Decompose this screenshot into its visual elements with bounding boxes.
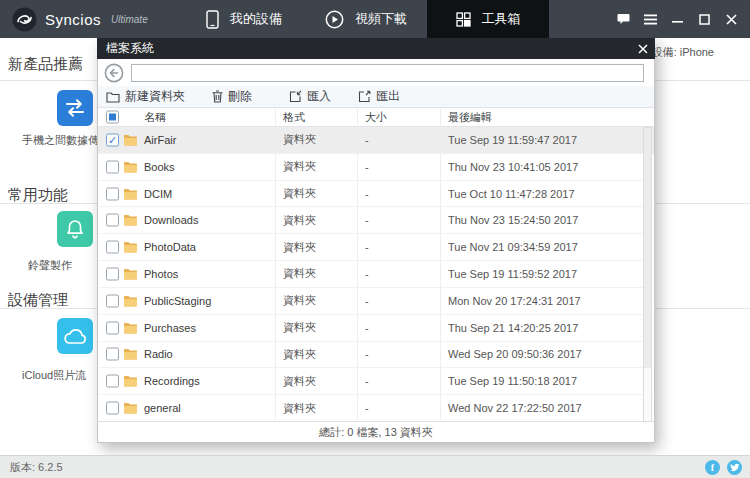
import-icon xyxy=(289,90,302,103)
row-checkbox[interactable] xyxy=(106,375,119,388)
dialog-titlebar: 檔案系統 xyxy=(97,38,655,59)
file-edited: Wed Nov 22 17:22:50 2017 xyxy=(448,395,582,421)
path-input[interactable] xyxy=(131,64,644,82)
row-checkbox[interactable] xyxy=(106,160,119,173)
table-row[interactable]: PublicStaging 資料夾 - Mon Nov 20 17:24:31 … xyxy=(98,288,654,315)
feedback-icon[interactable] xyxy=(616,12,630,26)
folder-icon xyxy=(123,267,138,280)
tab-video-download[interactable]: 視頻下載 xyxy=(305,0,427,38)
trash-icon xyxy=(212,90,223,103)
file-edited: Thu Nov 23 15:24:50 2017 xyxy=(448,207,578,233)
file-size: - xyxy=(365,261,369,287)
export-icon xyxy=(358,90,371,103)
file-size: - xyxy=(365,342,369,368)
row-checkbox[interactable] xyxy=(106,294,119,307)
sidebar-item-label: 手機之間數據傳 xyxy=(22,133,99,148)
sidebar-item-label: iCloud照片流 xyxy=(22,368,86,383)
file-format: 資料夾 xyxy=(283,395,316,421)
file-format: 資料夾 xyxy=(283,127,316,153)
new-folder-button[interactable]: 新建資料夾 xyxy=(106,88,185,105)
dialog-nav-row xyxy=(98,59,654,86)
row-checkbox[interactable] xyxy=(106,267,119,280)
bell-icon xyxy=(64,218,86,240)
title-bar: Syncios Ultimate 我的設備 視頻下載 工具箱 xyxy=(0,0,750,38)
delete-button[interactable]: 刪除 xyxy=(212,88,252,105)
main-tabs: 我的設備 視頻下載 工具箱 xyxy=(183,0,549,38)
tab-my-device[interactable]: 我的設備 xyxy=(183,0,305,38)
file-name: AirFair xyxy=(144,127,176,153)
menu-icon[interactable] xyxy=(643,12,657,26)
file-format: 資料夾 xyxy=(283,315,316,341)
table-row[interactable]: DCIM 資料夾 - Tue Oct 10 11:47:28 2017 xyxy=(98,181,654,208)
file-size: - xyxy=(365,368,369,394)
table-row[interactable]: PhotoData 資料夾 - Tue Nov 21 09:34:59 2017 xyxy=(98,234,654,261)
file-edited: Tue Sep 19 11:59:47 2017 xyxy=(448,127,577,153)
app-logo: Syncios Ultimate xyxy=(0,7,165,32)
toolbox-grid-icon xyxy=(456,12,471,27)
file-name: general xyxy=(144,395,181,421)
table-row[interactable]: Recordings 資料夾 - Tue Sep 19 11:50:18 201… xyxy=(98,368,654,395)
file-size: - xyxy=(365,154,369,180)
file-edited: Wed Sep 20 09:50:36 2017 xyxy=(448,342,582,368)
tab-toolbox[interactable]: 工具箱 xyxy=(427,0,549,38)
folder-icon xyxy=(123,187,138,200)
maximize-icon[interactable] xyxy=(697,12,711,26)
table-row[interactable]: Photos 資料夾 - Tue Sep 19 11:59:52 2017 xyxy=(98,261,654,288)
table-row[interactable]: AirFair 資料夾 - Tue Sep 19 11:59:47 2017 xyxy=(98,127,654,154)
sidebar-header-device-management: 設備管理 xyxy=(8,291,68,310)
minimize-icon[interactable] xyxy=(670,12,684,26)
transfer-arrows-icon xyxy=(63,97,87,119)
facebook-icon[interactable]: f xyxy=(705,460,720,475)
folder-icon xyxy=(123,133,138,146)
tab-label: 工具箱 xyxy=(482,10,521,28)
toolbar-label: 匯出 xyxy=(376,88,400,105)
table-row[interactable]: Radio 資料夾 - Wed Sep 20 09:50:36 2017 xyxy=(98,342,654,369)
vertical-scrollbar[interactable] xyxy=(643,127,652,422)
table-row[interactable]: Books 資料夾 - Thu Nov 23 10:41:05 2017 xyxy=(98,154,654,181)
row-checkbox[interactable] xyxy=(106,214,119,227)
export-button[interactable]: 匯出 xyxy=(358,88,400,105)
row-checkbox[interactable] xyxy=(106,133,119,146)
app-name: Syncios xyxy=(45,11,101,28)
import-button[interactable]: 匯入 xyxy=(289,88,331,105)
close-icon[interactable] xyxy=(724,12,738,26)
table-row[interactable]: general 資料夾 - Wed Nov 22 17:22:50 2017 xyxy=(98,395,654,422)
twitter-icon[interactable] xyxy=(727,460,742,475)
app-edition: Ultimate xyxy=(111,14,148,25)
file-name: Purchases xyxy=(144,315,196,341)
version-label: 版本: 6.2.5 xyxy=(0,460,63,475)
toolbar-label: 匯入 xyxy=(307,88,331,105)
column-header-format: 格式 xyxy=(283,108,305,126)
sidebar-item-ringtone-maker[interactable] xyxy=(57,211,93,247)
summary-bar: 總計: 0 檔案, 13 資料夾 xyxy=(98,421,654,442)
file-edited: Tue Nov 21 09:34:59 2017 xyxy=(448,234,578,260)
row-checkbox[interactable] xyxy=(106,187,119,200)
scrollbar-thumb[interactable] xyxy=(644,128,651,368)
file-format: 資料夾 xyxy=(283,261,316,287)
toolbar-label: 刪除 xyxy=(228,88,252,105)
file-name: DCIM xyxy=(144,181,172,207)
sidebar-item-icloud-photostream[interactable] xyxy=(57,318,93,354)
table-row[interactable]: Downloads 資料夾 - Thu Nov 23 15:24:50 2017 xyxy=(98,207,654,234)
folder-icon xyxy=(123,241,138,254)
table-row[interactable]: Purchases 資料夾 - Thu Sep 21 14:20:25 2017 xyxy=(98,315,654,342)
file-format: 資料夾 xyxy=(283,181,316,207)
cloud-icon xyxy=(62,327,88,346)
file-size: - xyxy=(365,315,369,341)
dialog-close-icon[interactable] xyxy=(638,38,648,59)
dialog-toolbar: 新建資料夾 刪除 匯入 匯出 xyxy=(98,86,654,108)
sidebar-item-phone-transfer[interactable] xyxy=(57,90,93,126)
row-checkbox[interactable] xyxy=(106,348,119,361)
file-name: Books xyxy=(144,154,175,180)
row-checkbox[interactable] xyxy=(106,402,119,415)
select-all-checkbox[interactable] xyxy=(106,111,119,124)
window-controls xyxy=(616,0,738,38)
back-arrow-icon[interactable] xyxy=(104,63,124,83)
tab-label: 視頻下載 xyxy=(355,10,407,28)
folder-icon xyxy=(123,402,138,415)
file-size: - xyxy=(365,288,369,314)
folder-icon xyxy=(123,294,138,307)
file-edited: Thu Nov 23 10:41:05 2017 xyxy=(448,154,578,180)
row-checkbox[interactable] xyxy=(106,241,119,254)
row-checkbox[interactable] xyxy=(106,321,119,334)
